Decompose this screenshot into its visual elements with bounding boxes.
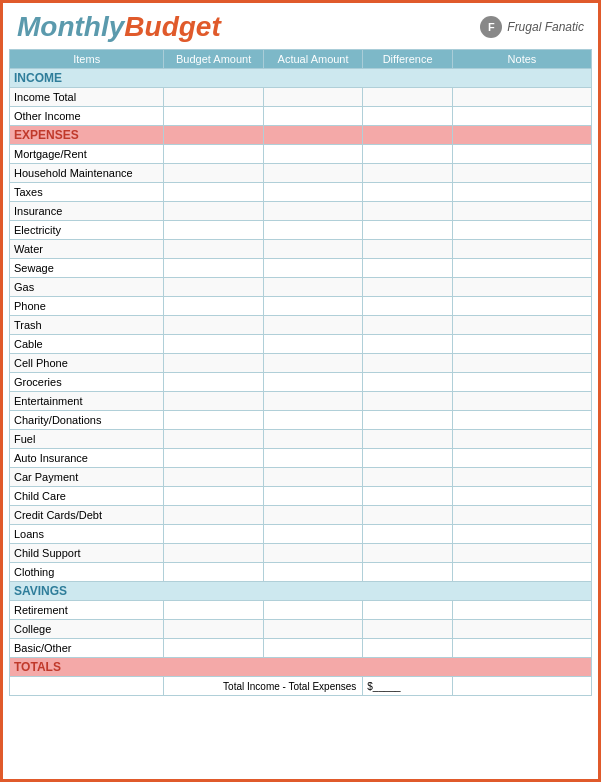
row-cell-3[interactable] — [452, 506, 591, 525]
row-cell-2[interactable] — [363, 468, 453, 487]
row-cell-0[interactable] — [164, 183, 263, 202]
row-cell-1[interactable] — [263, 145, 362, 164]
row-cell-0[interactable] — [164, 449, 263, 468]
row-cell-2[interactable] — [363, 620, 453, 639]
row-cell-1[interactable] — [263, 259, 362, 278]
row-cell-2[interactable] — [363, 202, 453, 221]
row-cell-3[interactable] — [452, 639, 591, 658]
row-cell-0[interactable] — [164, 411, 263, 430]
row-cell-0[interactable] — [164, 354, 263, 373]
row-cell-3[interactable] — [452, 411, 591, 430]
row-cell-3[interactable] — [452, 525, 591, 544]
row-cell-3[interactable] — [452, 88, 591, 107]
row-cell-2[interactable] — [363, 278, 453, 297]
row-cell-0[interactable] — [164, 278, 263, 297]
row-cell-0[interactable] — [164, 620, 263, 639]
row-cell-1[interactable] — [263, 183, 362, 202]
row-cell-0[interactable] — [164, 221, 263, 240]
row-cell-0[interactable] — [164, 259, 263, 278]
row-cell-0[interactable] — [164, 639, 263, 658]
row-cell-1[interactable] — [263, 335, 362, 354]
row-cell-1[interactable] — [263, 240, 362, 259]
row-cell-3[interactable] — [452, 278, 591, 297]
row-cell-1[interactable] — [263, 506, 362, 525]
row-cell-2[interactable] — [363, 88, 453, 107]
row-cell-3[interactable] — [452, 468, 591, 487]
row-cell-2[interactable] — [363, 335, 453, 354]
row-cell-0[interactable] — [164, 563, 263, 582]
row-cell-1[interactable] — [263, 639, 362, 658]
row-cell-3[interactable] — [452, 487, 591, 506]
row-cell-1[interactable] — [263, 221, 362, 240]
row-cell-1[interactable] — [263, 202, 362, 221]
row-cell-0[interactable] — [164, 88, 263, 107]
row-cell-0[interactable] — [164, 335, 263, 354]
row-cell-2[interactable] — [363, 164, 453, 183]
row-cell-3[interactable] — [452, 145, 591, 164]
row-cell-2[interactable] — [363, 487, 453, 506]
row-cell-0[interactable] — [164, 392, 263, 411]
row-cell-2[interactable] — [363, 449, 453, 468]
row-cell-1[interactable] — [263, 449, 362, 468]
row-cell-0[interactable] — [164, 430, 263, 449]
row-cell-3[interactable] — [452, 202, 591, 221]
row-cell-1[interactable] — [263, 297, 362, 316]
row-cell-2[interactable] — [363, 601, 453, 620]
row-cell-1[interactable] — [263, 373, 362, 392]
row-cell-1[interactable] — [263, 107, 362, 126]
row-cell-2[interactable] — [363, 430, 453, 449]
row-cell-2[interactable] — [363, 316, 453, 335]
row-cell-1[interactable] — [263, 88, 362, 107]
row-cell-1[interactable] — [263, 487, 362, 506]
row-cell-3[interactable] — [452, 563, 591, 582]
row-cell-1[interactable] — [263, 620, 362, 639]
row-cell-3[interactable] — [452, 601, 591, 620]
row-cell-1[interactable] — [263, 563, 362, 582]
row-cell-2[interactable] — [363, 563, 453, 582]
row-cell-0[interactable] — [164, 107, 263, 126]
row-cell-3[interactable] — [452, 620, 591, 639]
row-cell-3[interactable] — [452, 544, 591, 563]
row-cell-3[interactable] — [452, 259, 591, 278]
row-cell-3[interactable] — [452, 316, 591, 335]
row-cell-1[interactable] — [263, 544, 362, 563]
row-cell-3[interactable] — [452, 221, 591, 240]
row-cell-3[interactable] — [452, 392, 591, 411]
row-cell-0[interactable] — [164, 525, 263, 544]
row-cell-0[interactable] — [164, 316, 263, 335]
row-cell-2[interactable] — [363, 183, 453, 202]
row-cell-1[interactable] — [263, 468, 362, 487]
row-cell-3[interactable] — [452, 183, 591, 202]
row-cell-3[interactable] — [452, 164, 591, 183]
row-cell-0[interactable] — [164, 544, 263, 563]
row-cell-0[interactable] — [164, 240, 263, 259]
row-cell-3[interactable] — [452, 373, 591, 392]
row-cell-1[interactable] — [263, 278, 362, 297]
row-cell-3[interactable] — [452, 240, 591, 259]
row-cell-3[interactable] — [452, 297, 591, 316]
row-cell-1[interactable] — [263, 430, 362, 449]
row-cell-0[interactable] — [164, 145, 263, 164]
row-cell-2[interactable] — [363, 392, 453, 411]
row-cell-2[interactable] — [363, 373, 453, 392]
row-cell-1[interactable] — [263, 411, 362, 430]
row-cell-3[interactable] — [452, 354, 591, 373]
row-cell-2[interactable] — [363, 297, 453, 316]
row-cell-1[interactable] — [263, 316, 362, 335]
row-cell-3[interactable] — [452, 449, 591, 468]
row-cell-2[interactable] — [363, 639, 453, 658]
row-cell-0[interactable] — [164, 506, 263, 525]
row-cell-3[interactable] — [452, 335, 591, 354]
row-cell-1[interactable] — [263, 354, 362, 373]
row-cell-2[interactable] — [363, 544, 453, 563]
row-cell-0[interactable] — [164, 468, 263, 487]
row-cell-2[interactable] — [363, 525, 453, 544]
row-cell-2[interactable] — [363, 506, 453, 525]
row-cell-0[interactable] — [164, 601, 263, 620]
row-cell-2[interactable] — [363, 221, 453, 240]
row-cell-0[interactable] — [164, 297, 263, 316]
row-cell-0[interactable] — [164, 164, 263, 183]
row-cell-2[interactable] — [363, 354, 453, 373]
row-cell-1[interactable] — [263, 525, 362, 544]
row-cell-1[interactable] — [263, 164, 362, 183]
